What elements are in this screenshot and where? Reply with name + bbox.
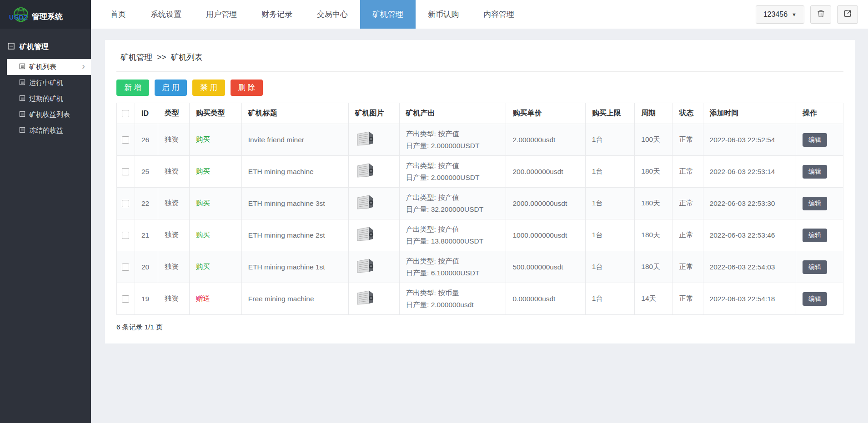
ops-cell: 编辑 xyxy=(796,124,843,156)
sidebar-item-label: 过期的矿机 xyxy=(29,95,63,103)
table-row: 19 独资 赠送 Free mining machine xyxy=(117,283,843,315)
record-summary: 6 条记录 1/1 页 xyxy=(116,315,843,332)
top-nav-item[interactable]: 财务记录 xyxy=(249,0,305,29)
chevron-right-icon: › xyxy=(82,61,85,70)
image-cell xyxy=(348,156,399,188)
enable-button[interactable]: 启 用 xyxy=(155,80,187,96)
trash-icon xyxy=(817,10,825,19)
output-type: 产出类型: 按币量 xyxy=(406,287,506,299)
logout-icon xyxy=(843,10,852,19)
username: 123456 xyxy=(763,10,788,19)
sidebar-item[interactable]: 过期的矿机 › xyxy=(0,91,91,107)
top-nav-item[interactable]: 系统设置 xyxy=(138,0,194,29)
id-cell: 21 xyxy=(135,219,158,251)
edit-button[interactable]: 编辑 xyxy=(803,133,827,147)
image-cell xyxy=(348,251,399,283)
daily-output: 日产量: 2.000000usdt xyxy=(406,299,506,311)
image-cell xyxy=(348,188,399,219)
type-cell: 独资 xyxy=(158,251,190,283)
sidebar-item[interactable]: 运行中矿机 › xyxy=(0,75,91,91)
title-cell: ETH mining machine 2st xyxy=(241,219,348,251)
edit-button[interactable]: 编辑 xyxy=(803,197,827,210)
add-button[interactable]: 新 增 xyxy=(116,80,149,96)
id-cell: 20 xyxy=(135,251,158,283)
miner-image xyxy=(355,301,375,309)
row-checkbox[interactable] xyxy=(122,232,129,239)
sidebar-menu: 矿机列表 › 运行中矿机 › 过期的矿机 › xyxy=(0,59,91,139)
sidebar-item[interactable]: 矿机收益列表 › xyxy=(0,107,91,123)
sidebar-item-label: 冻结的收益 xyxy=(29,126,63,135)
price-cell: 2.000000usdt xyxy=(506,124,585,156)
daily-output: 日产量: 2.000000USDT xyxy=(406,140,506,152)
price-cell: 500.000000usdt xyxy=(506,251,585,283)
miner-table: ID类型购买类型矿机标题矿机图片矿机产出购买单价购买上限周期状态添加时间操作 2… xyxy=(116,103,843,315)
trash-button[interactable] xyxy=(810,5,831,24)
disable-button[interactable]: 禁 用 xyxy=(192,80,225,96)
edit-button[interactable]: 编辑 xyxy=(803,292,827,306)
buy-type-cell: 购买 xyxy=(189,124,241,156)
row-select-cell xyxy=(117,219,135,251)
id-cell: 25 xyxy=(135,156,158,188)
select-all-header xyxy=(117,103,135,124)
row-select-cell xyxy=(117,124,135,156)
edit-button[interactable]: 编辑 xyxy=(803,229,827,242)
table-row: 25 独资 购买 ETH mining machine xyxy=(117,156,843,188)
user-dropdown[interactable]: 123456 ▼ xyxy=(756,5,804,24)
row-checkbox[interactable] xyxy=(122,168,129,175)
output-type: 产出类型: 按产值 xyxy=(406,192,506,204)
top-nav-item[interactable]: 新币认购 xyxy=(416,0,471,29)
column-header: 添加时间 xyxy=(703,103,796,124)
column-header: 操作 xyxy=(796,103,843,124)
price-cell: 0.000000usdt xyxy=(506,283,585,315)
sidebar-item-label: 矿机列表 xyxy=(29,63,56,71)
top-nav-item[interactable]: 首页 xyxy=(98,0,138,29)
table-row: 21 独资 购买 ETH mining machine 2st xyxy=(117,219,843,251)
app-logo: USDZ 管理系统 xyxy=(0,0,91,29)
output-cell: 产出类型: 按产值 日产量: 32.200000USDT xyxy=(399,188,506,219)
table-row: 26 独资 购买 Invite friend miner xyxy=(117,124,843,156)
sidebar-section-header[interactable]: 矿机管理 xyxy=(0,29,91,59)
select-all-checkbox[interactable] xyxy=(122,110,129,117)
top-nav-item[interactable]: 用户管理 xyxy=(194,0,249,29)
id-cell: 22 xyxy=(135,188,158,219)
edit-button[interactable]: 编辑 xyxy=(803,165,827,179)
output-type: 产出类型: 按产值 xyxy=(406,224,506,235)
row-checkbox[interactable] xyxy=(122,295,129,303)
sidebar-item[interactable]: 矿机列表 › xyxy=(7,59,91,75)
top-nav-item[interactable]: 交易中心 xyxy=(305,0,360,29)
ops-cell: 编辑 xyxy=(796,283,843,315)
row-checkbox[interactable] xyxy=(122,136,129,144)
output-cell: 产出类型: 按币量 日产量: 2.000000usdt xyxy=(399,283,506,315)
delete-button[interactable]: 删 除 xyxy=(231,80,263,96)
limit-cell: 1台 xyxy=(585,124,635,156)
image-cell xyxy=(348,124,399,156)
output-cell: 产出类型: 按产值 日产量: 13.800000USDT xyxy=(399,219,506,251)
breadcrumb-separator: >> xyxy=(157,53,166,62)
miner-image xyxy=(355,142,375,149)
top-nav-item[interactable]: 矿机管理 xyxy=(360,0,416,29)
row-checkbox[interactable] xyxy=(122,200,129,207)
miner-image xyxy=(355,205,375,213)
time-cell: 2022-06-03 22:54:03 xyxy=(703,251,796,283)
list-icon xyxy=(19,63,25,71)
top-nav-item[interactable]: 内容管理 xyxy=(471,0,527,29)
title-cell: ETH mining machine xyxy=(241,156,348,188)
logout-button[interactable] xyxy=(837,5,858,24)
status-cell: 正常 xyxy=(672,124,703,156)
column-header: 购买类型 xyxy=(189,103,241,124)
top-actions: 123456 ▼ xyxy=(756,0,868,29)
cycle-cell: 180天 xyxy=(635,156,672,188)
row-checkbox[interactable] xyxy=(122,264,129,271)
price-cell: 2000.000000usdt xyxy=(506,188,585,219)
breadcrumb-parent: 矿机管理 xyxy=(120,53,152,62)
title-cell: Invite friend miner xyxy=(241,124,348,156)
row-select-cell xyxy=(117,251,135,283)
buy-type-label: 购买 xyxy=(196,231,210,239)
edit-button[interactable]: 编辑 xyxy=(803,260,827,274)
output-cell: 产出类型: 按产值 日产量: 6.100000USDT xyxy=(399,251,506,283)
buy-type-label: 购买 xyxy=(196,167,210,175)
title-cell: Free mining machine xyxy=(241,283,348,315)
sidebar-item[interactable]: 冻结的收益 › xyxy=(0,123,91,139)
column-header: 状态 xyxy=(672,103,703,124)
content-card: 矿机管理>>矿机列表 新 增 启 用 禁 用 删 除 ID类型购买类型矿机标题矿… xyxy=(105,40,855,343)
